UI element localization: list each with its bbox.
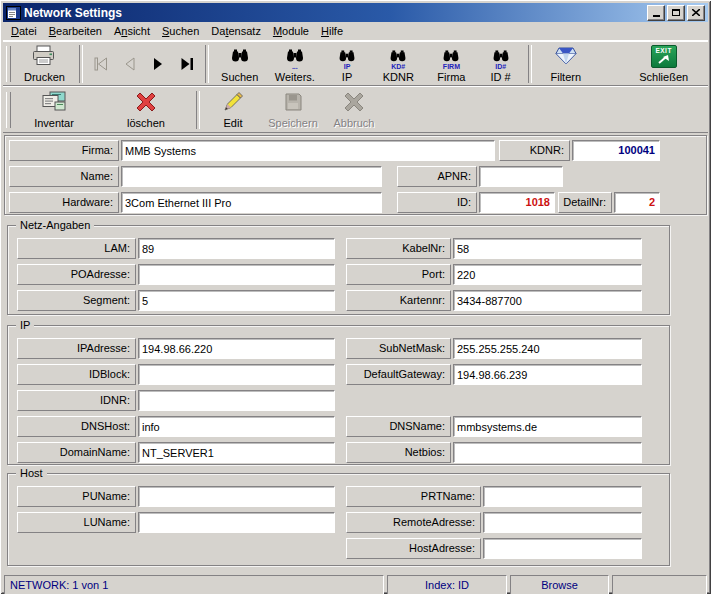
luname-label: LUName: (17, 512, 136, 533)
status-record-panel: NETWORK: 1 von 1 (4, 575, 384, 594)
search-button[interactable]: Suchen (213, 44, 266, 84)
remoteadresse-label: RemoteAdresse: (346, 512, 481, 533)
nav-next-button[interactable] (144, 50, 173, 77)
puname-input[interactable] (138, 486, 335, 507)
inventory-button[interactable]: Inventar (14, 90, 94, 130)
filter-button[interactable]: Filtern (536, 44, 595, 84)
firma-label: Firma: (9, 140, 119, 161)
segment-label: Segment: (17, 290, 136, 311)
close-app-button[interactable]: EXIT Schließen (621, 44, 706, 84)
print-button[interactable]: Drucken (14, 44, 75, 84)
binoculars-icon (230, 45, 250, 68)
field-row: IPAdresse: (17, 338, 335, 359)
status-mode-panel: Browse (510, 575, 609, 594)
subnetmask-input[interactable] (453, 338, 642, 359)
ipadresse-input[interactable] (138, 338, 335, 359)
name-input[interactable] (121, 166, 382, 187)
nav-first-button[interactable] (87, 50, 116, 77)
menu-ansicht[interactable]: Ansicht (108, 23, 156, 39)
ipadresse-label: IPAdresse: (17, 338, 136, 359)
field-row: SubNetMask: (346, 338, 642, 359)
menubar: Datei Bearbeiten Ansicht Suchen Datensat… (3, 22, 708, 41)
detailnr-value[interactable]: 2 (614, 192, 660, 213)
maximize-icon (672, 9, 680, 16)
exit-icon: EXIT (651, 45, 677, 68)
field-row: Segment: (17, 290, 335, 311)
field-row: LAM: (17, 238, 335, 259)
menu-hilfe[interactable]: Hilfe (315, 23, 349, 39)
search-kdnr-button[interactable]: KD# KDNR (371, 44, 426, 84)
field-row: DNSHost: (17, 416, 335, 437)
domainname-input[interactable] (138, 442, 335, 463)
menu-bearbeiten[interactable]: Bearbeiten (43, 23, 108, 39)
filter-diamond-icon (554, 45, 578, 68)
save-button[interactable]: Speichern (262, 90, 324, 130)
toolbar-grip[interactable] (6, 92, 11, 128)
menu-datei[interactable]: Datei (5, 23, 43, 39)
search-ip-button[interactable]: IP IP (323, 44, 370, 84)
dnsname-input[interactable] (453, 416, 642, 437)
defaultgateway-input[interactable] (453, 364, 642, 385)
search-firma-button[interactable]: FIRM Firma (426, 44, 477, 84)
id-value[interactable]: 1018 (479, 192, 555, 213)
nav-last-icon (178, 57, 196, 71)
puname-label: PUName: (17, 486, 136, 507)
firma-input[interactable] (121, 140, 495, 161)
toolbar-separator (196, 91, 200, 129)
hardware-input[interactable] (121, 192, 382, 213)
kabelnr-label: KabelNr: (346, 238, 451, 259)
binoculars-kdnr-icon: KD# (388, 45, 408, 68)
minimize-button[interactable] (647, 5, 665, 21)
nav-last-button[interactable] (173, 50, 202, 77)
nav-first-icon (92, 57, 110, 71)
menu-suchen[interactable]: Suchen (156, 23, 205, 39)
field-row: DNSName: (346, 416, 642, 437)
edit-button[interactable]: Edit (204, 90, 262, 130)
lam-input[interactable] (138, 238, 335, 259)
port-input[interactable] (453, 264, 642, 285)
netbios-label: Netbios: (346, 442, 451, 463)
field-row: PUName: (17, 486, 335, 507)
delete-button[interactable]: löschen (106, 90, 186, 130)
domainname-label: DomainName: (17, 442, 136, 463)
menu-datensatz[interactable]: Datensatz (205, 23, 267, 39)
search-id-button[interactable]: ID# ID # (477, 44, 524, 84)
kartennr-input[interactable] (453, 290, 642, 311)
idblock-input[interactable] (138, 364, 335, 385)
cancel-button[interactable]: Abbruch (324, 90, 384, 130)
segment-input[interactable] (138, 290, 335, 311)
empty-slot (346, 390, 642, 416)
prtname-input[interactable] (483, 486, 642, 507)
kdnr-value[interactable]: 100041 (572, 140, 660, 161)
search-more-button[interactable]: ... Weiters. (266, 44, 323, 84)
hostadresse-input[interactable] (483, 538, 642, 559)
maximize-button[interactable] (667, 5, 685, 21)
port-label: Port: (346, 264, 451, 285)
app-icon (6, 6, 21, 20)
toolbar-separator (205, 45, 209, 83)
field-row: KabelNr: (346, 238, 642, 259)
printer-icon (31, 45, 57, 68)
luname-input[interactable] (138, 512, 335, 533)
kartennr-label: Kartennr: (346, 290, 451, 311)
group-host-legend: Host (16, 467, 47, 480)
menu-module[interactable]: Module (267, 23, 315, 39)
titlebar[interactable]: Network Settings (3, 3, 708, 22)
app-window: Network Settings Datei Bearbeiten Ansich… (0, 0, 711, 594)
poadresse-input[interactable] (138, 264, 335, 285)
field-row: HostAdresse: (346, 538, 642, 559)
dnshost-input[interactable] (138, 416, 335, 437)
poadresse-label: POAdresse: (17, 264, 136, 285)
window-title: Network Settings (24, 6, 644, 20)
apnr-input[interactable] (479, 166, 563, 187)
toolbar-grip[interactable] (6, 46, 11, 82)
close-button[interactable] (687, 5, 705, 21)
nav-previous-button[interactable] (116, 50, 145, 77)
netbios-input[interactable] (453, 442, 642, 463)
field-row: DomainName: (17, 442, 335, 463)
idnr-input[interactable] (138, 390, 335, 411)
delete-x-icon (135, 91, 157, 114)
kabelnr-input[interactable] (453, 238, 642, 259)
field-row: DefaultGateway: (346, 364, 642, 385)
remoteadresse-input[interactable] (483, 512, 642, 533)
